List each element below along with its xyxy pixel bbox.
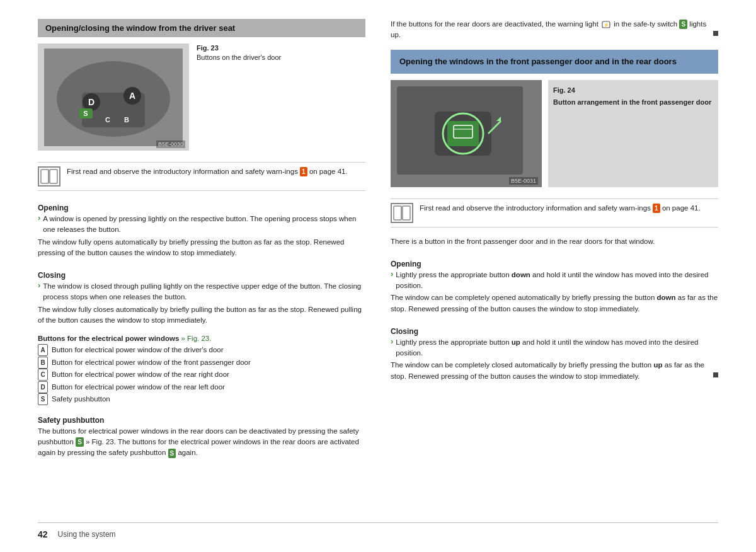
- svg-text:S: S: [83, 110, 88, 117]
- buttons-section: Buttons for the electrical power windows…: [38, 335, 365, 406]
- closing-bullet-text-left: The window is closed through pulling lig…: [43, 281, 365, 303]
- button-list: A Button for electrical power window of …: [38, 344, 365, 406]
- opening-bullet-left: › A window is opened by pressing lightly…: [38, 214, 365, 236]
- svg-rect-13: [41, 170, 49, 183]
- safety-title: Safety pushbutton: [38, 416, 365, 425]
- safety-para1c: again.: [178, 449, 197, 456]
- svg-text:A: A: [129, 91, 135, 101]
- right-warning-text: First read and observe the introductory …: [420, 203, 718, 214]
- opening-bullet-right: › Lightly press the appropriate button d…: [391, 270, 718, 292]
- fig23-code: B5E-0030: [156, 141, 185, 148]
- buttons-link: » Fig. 23.: [181, 335, 211, 342]
- closing-bullet-right: › Lightly press the appropriate button u…: [391, 337, 718, 359]
- left-warning-before: First read and observe the introductory …: [67, 168, 298, 175]
- footer-label: Using the system: [58, 530, 116, 539]
- btn-s-text: Safety pushbutton: [52, 393, 110, 406]
- closing-arrow-left: ›: [38, 280, 40, 303]
- svg-rect-26: [394, 206, 401, 220]
- book-icon-right: [392, 205, 411, 221]
- buttons-title-row: Buttons for the electrical power windows…: [38, 335, 365, 342]
- fig24-caption: Button arrangement in the front passenge…: [553, 97, 713, 108]
- fig24-image: B5E-0031: [391, 80, 542, 187]
- book-icon-left: [40, 168, 59, 185]
- page-number: 42: [38, 529, 48, 539]
- opening-bullet-text-right: Lightly press the appropriate button dow…: [396, 270, 718, 292]
- left-warning-after: on page 41.: [309, 168, 348, 175]
- closing-para-right: The window can be completely closed auto…: [391, 360, 718, 382]
- opening-para-left: The window fully opens automatically by …: [38, 237, 365, 259]
- section-end-marker-right: [713, 372, 718, 377]
- opening-title-left: Opening: [38, 204, 365, 212]
- svg-text:B: B: [124, 116, 129, 124]
- safety-badge1: S: [76, 437, 84, 447]
- fig23-svg: D A S C B: [44, 49, 183, 146]
- fig23-image: D A S C B B5E-0030: [38, 43, 189, 151]
- right-warning-after: on page 41.: [662, 204, 701, 212]
- fig24-code: B5E-0031: [509, 177, 538, 185]
- closing-section-right: Closing › Lightly press the appropriate …: [391, 323, 718, 384]
- opening-section-right: Opening › Lightly press the appropriate …: [391, 256, 718, 317]
- opening-bullet-text-left: A window is opened by pressing lightly o…: [43, 214, 365, 236]
- right-column: If the buttons for the rear doors are de…: [391, 19, 718, 516]
- warning-light-icon: ⚡: [602, 21, 610, 28]
- fig23-label: Fig. 23: [197, 43, 365, 53]
- closing-bullet-left: › The window is closed through pulling l…: [38, 281, 365, 303]
- svg-text:⚡: ⚡: [604, 22, 609, 28]
- fig24-label: Fig. 24: [553, 85, 713, 96]
- svg-rect-27: [403, 206, 410, 220]
- svg-text:C: C: [105, 116, 110, 124]
- left-section-header: Opening/closing the window from the driv…: [38, 19, 365, 37]
- closing-bullet-text-right: Lightly press the appropriate button up …: [396, 337, 718, 359]
- right-section-header: Opening the windows in the front passeng…: [391, 50, 718, 74]
- right-warning-before: First read and observe the introductory …: [420, 204, 651, 212]
- section-end-marker: [713, 31, 718, 36]
- closing-arrow-right: ›: [391, 336, 393, 359]
- left-warning-text: First read and observe the introductory …: [67, 166, 365, 177]
- opening-title-right: Opening: [391, 260, 718, 268]
- btn-b-text: Button for electrical power window of th…: [52, 357, 251, 369]
- btn-item-s: S Safety pushbutton: [38, 393, 365, 406]
- safety-para1b: » Fig. 23. The buttons for the electrica…: [38, 438, 359, 456]
- opening-arrow-left: ›: [38, 213, 40, 236]
- opening-section-left: Opening › A window is opened by pressing…: [38, 200, 365, 261]
- btn-a-text: Button for electrical power window of th…: [52, 344, 224, 357]
- btn-d-text: Button for electrical power window of th…: [52, 381, 225, 394]
- closing-title-right: Closing: [391, 327, 718, 336]
- closing-para-left: The window fully closes automatically by…: [38, 304, 365, 326]
- footer: 42 Using the system: [38, 522, 718, 539]
- btn-c-text: Button for electrical power window of th…: [52, 369, 229, 381]
- right-intro-section-para: There is a button in the front passenger…: [391, 236, 718, 247]
- left-section-title: Opening/closing the window from the driv…: [45, 23, 235, 33]
- right-warning-badge: 1: [653, 204, 660, 213]
- left-column: Opening/closing the window from the driv…: [38, 19, 365, 516]
- safety-section: Safety pushbutton The buttons for electr…: [38, 412, 365, 461]
- right-intro-text2: in the safe-ty switch: [614, 20, 677, 28]
- btn-item-c: C Button for electrical power window of …: [38, 369, 365, 381]
- svg-text:D: D: [88, 97, 94, 107]
- svg-rect-21: [447, 121, 479, 146]
- fig24-container: B5E-0031 Fig. 24 Button arrangement in t…: [391, 80, 718, 187]
- safety-para: The buttons for electrical power windows…: [38, 426, 365, 459]
- left-warning-box: First read and observe the introductory …: [38, 162, 365, 191]
- right-section-title: Opening the windows in the front passeng…: [399, 57, 677, 66]
- opening-arrow-right: ›: [391, 269, 393, 292]
- closing-title-left: Closing: [38, 271, 365, 280]
- buttons-title: Buttons for the electrical power windows: [38, 335, 179, 342]
- right-intro-text1: If the buttons for the rear doors are de…: [391, 20, 598, 28]
- page: Opening/closing the window from the driv…: [0, 0, 756, 552]
- fig24-description: Fig. 24 Button arrangement in the front …: [548, 80, 718, 187]
- warning-icon-left: [38, 166, 60, 187]
- svg-rect-14: [50, 170, 57, 183]
- opening-para-right: The window can be completely opened auto…: [391, 292, 718, 314]
- right-intro-para: If the buttons for the rear doors are de…: [391, 19, 718, 41]
- warning-icon-right: [391, 203, 413, 223]
- right-intro-badge: S: [679, 20, 687, 29]
- fig24-svg: [391, 80, 542, 187]
- left-warning-badge: 1: [300, 167, 307, 176]
- btn-item-b: B Button for electrical power window of …: [38, 357, 365, 369]
- right-warning-box: First read and observe the introductory …: [391, 198, 718, 227]
- btn-item-d: D Button for electrical power window of …: [38, 381, 365, 394]
- fig23-description: Fig. 23 Buttons on the driver's door: [197, 43, 365, 63]
- fig23-caption: Buttons on the driver's door: [197, 53, 365, 62]
- fig23-row: D A S C B B5E-0030: [38, 43, 365, 151]
